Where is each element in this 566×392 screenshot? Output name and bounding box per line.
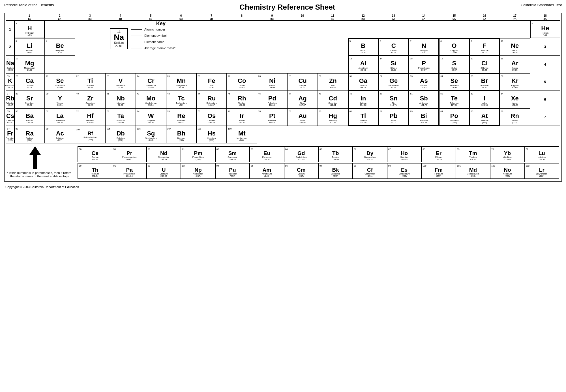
element-Y: 39YYttrium88.91 [45,91,75,108]
main-grid: 1 1 H Hydrogen 1.01 Key 11 Na Sodium 22.… [6,20,560,143]
group-num-13: 133A [378,14,409,20]
group-num-6: 66B [166,14,196,20]
element-Xe: 54XeXenon131.29 [500,91,530,108]
element-Sc: 21ScScandium44.96 [45,73,75,91]
element-Na: 11NaSodium22.99 [6,56,14,73]
element-Cu: 29CuCopper63.55 [287,73,318,91]
footnote-star-symbol: * [7,171,8,175]
element-Hs: 108HsHassium(269) [196,126,227,143]
element-Al: 13AlAluminum26.98 [348,56,378,73]
element-Sb: 51SbAntimony121.76 [409,91,439,108]
element-Er: 68ErErbium167.26 [421,147,456,162]
group-num-14: 144A [409,14,439,20]
element-O: 8OOxygen16.00 [439,38,469,56]
key-atomic-number-label: Atomic number [131,28,175,31]
group-num-12: 122B [348,14,378,20]
element-V: 23VVanadium50.94 [105,73,136,91]
element-Cl: 17ClChlorine35.45 [469,56,499,73]
group-num-15: 155A [439,14,469,20]
element-Ho: 67HoHolmium164.93 [387,147,421,162]
element-Cd: 48CdCadmium112.41 [318,91,348,108]
element-Gd: 64GdGadolinium157.25 [284,147,318,162]
header-title: Chemistry Reference Sheet [239,3,335,12]
element-Cr: 24CrChromium52.00 [136,73,166,91]
element-At: 85AtAstatine(210) [469,108,499,126]
actinide-row: 90ThThorium232.04 91PaProtactinium231.04… [78,163,559,179]
group-num-9: 98B [257,14,287,20]
p3-empty [75,56,348,73]
element-F: 9FFluorine19.00 [469,38,499,56]
element-Ba: 56BaBarium137.33 [14,108,45,126]
element-Yb: 70YbYtterbium173.04 [490,147,524,162]
element-Ar: 18ArArgon39.95 [500,56,530,73]
element-Bk: 97BkBerkelium(247) [318,163,353,179]
element-B: 5BBoron10.81 [348,38,378,56]
element-Mg: 12MgMagnesium24.31 [14,56,45,73]
element-I: 53IIodine126.90 [469,91,499,108]
element-Ac: 89AcActinium(227) [45,126,75,143]
element-Db: 105DbDubrium(262) [105,126,136,143]
element-Eu: 63EuEuropium151.96 [250,147,284,162]
period-label-7: 7 [530,108,560,126]
element-Ca: 20CaCalcium40.08 [14,73,45,91]
element-He: 2 He Helium 4.00 [530,21,560,38]
element-K: 19KPotassium39.10 [6,73,14,91]
element-Pm: 61PmPromethium(145) [181,147,215,162]
element-P: 15PPhosphorus30.97 [409,56,439,73]
element-Co: 27CoCobalt58.93 [227,73,257,91]
element-Bh: 107BhBohrium(264) [166,126,196,143]
element-Np: 93NpNeptunium(237) [181,163,215,179]
element-S: 16SSulfur32.07 [439,56,469,73]
element-Ta: 73TaTantalum180.95 [105,108,136,126]
svg-marker-0 [29,146,41,169]
element-Fm: 100FmFermium(257) [421,163,456,179]
header-right: California Standards Test [521,3,562,7]
element-Tc: 43TcTechnetium(98) [166,91,196,108]
element-Tb: 65TbTerbium158.93 [318,147,353,162]
element-Sg: 106SgSeaborgium(266) [136,126,166,143]
element-U: 92UUranium238.03 [147,163,181,179]
period-label-5: 5 [530,73,560,91]
element-Br: 35BrBromine79.90 [469,73,499,91]
group-numbers-row: 11A 22A 33B 44B 55B 66B 77B 8 98B 10 111… [6,14,560,20]
period-label-4: 4 [530,56,560,73]
element-Nb: 41NbNiobium92.91 [105,91,136,108]
period-label-6: 6 [530,91,560,108]
element-Ce: 58CeCerium140.12 [78,147,112,162]
footnote-area: * If this number is in parentheses, then… [7,146,78,179]
element-Pd: 46PdPalladium106.42 [257,91,287,108]
element-Se: 34SeSelenium78.96 [439,73,469,91]
p2-empty [75,38,348,56]
period-label-3: 3 [530,38,560,56]
p7-empty [318,126,560,143]
element-Ni: 28NiNickel58.69 [257,73,287,91]
element-Sm: 62SmSamarium150.36 [215,147,250,162]
element-Rf: 104RfRutherfordium(261) [75,126,105,143]
element-Po: 84PoPolonium(209) [439,108,469,126]
element-Mn: 25MnManganese54.94 [166,73,196,91]
element-Nd: 60NdNeodymium144.24 [147,147,181,162]
element-Hg: 80HgMercury200.59 [318,108,348,126]
element-Es: 99EsEinsteinium(252) [387,163,421,179]
group-num-1: 11A [14,14,44,20]
element-Cm: 96CmCurium(247) [284,163,318,179]
element-Si: 14SiSilicon28.09 [378,56,409,73]
element-Mt: 109MtMeitnerium(268) [227,126,257,143]
element-No: 102NoNobelium(259) [490,163,524,179]
page-header: Periodic Table of the Elements Chemistry… [4,3,562,12]
lanthanide-arrow-svg [7,146,63,169]
element-Zn: 30ZnZinc65.39 [318,73,348,91]
element-Sr: 38SrStrontium87.62 [14,91,45,108]
element-Fe: 26FeIron55.85 [196,73,227,91]
element-Bi: 83BiBismuth208.98 [409,108,439,126]
lanthanide-row: 58CeCerium140.12 59PrPraseodymium140.91 … [78,146,559,162]
element-Re: 75ReRhenium186.21 [166,108,196,126]
element-Ir: 77IrIridium192.22 [227,108,257,126]
period-label-1: 1 [6,21,14,38]
element-Te: 52TeTellurium127.60 [439,91,469,108]
key-region: Key 11 Na Sodium 22.99 Atomic number Ele… [45,21,530,38]
element-Pu: 94PuPlutonium(244) [215,163,250,179]
element-Li: 3LiLithium6.94 [14,38,45,56]
period-label-2: 2 [6,38,14,56]
element-Cf: 98CfCalifornium(251) [353,163,387,179]
